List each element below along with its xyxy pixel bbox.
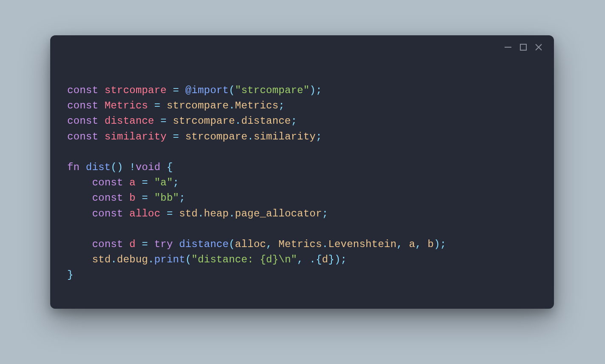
window-titlebar	[504, 35, 554, 59]
code-line: fn dist() !void {	[67, 160, 537, 175]
maximize-icon[interactable]	[519, 43, 528, 51]
code-line	[67, 222, 537, 237]
code-line: const similarity = strcompare.similarity…	[67, 129, 537, 145]
code-line: const distance = strcompare.distance;	[67, 114, 537, 129]
close-icon[interactable]	[534, 43, 543, 51]
code-line: const alloc = std.heap.page_allocator;	[67, 206, 537, 222]
code-line: const d = try distance(alloc, Metrics.Le…	[67, 237, 537, 252]
code-line: const b = "bb";	[67, 191, 537, 206]
minimize-icon[interactable]	[504, 43, 512, 51]
svg-rect-1	[520, 44, 526, 50]
code-line	[67, 145, 537, 160]
editor-window: const strcompare = @import("strcompare")…	[50, 35, 554, 309]
code-block[interactable]: const strcompare = @import("strcompare")…	[67, 83, 537, 292]
code-line: const a = "a";	[67, 175, 537, 191]
code-line: const strcompare = @import("strcompare")…	[67, 83, 537, 98]
code-line: const Metrics = strcompare.Metrics;	[67, 98, 537, 114]
code-line: }	[67, 267, 537, 283]
code-line: std.debug.print("distance: {d}\n", .{d})…	[67, 252, 537, 267]
